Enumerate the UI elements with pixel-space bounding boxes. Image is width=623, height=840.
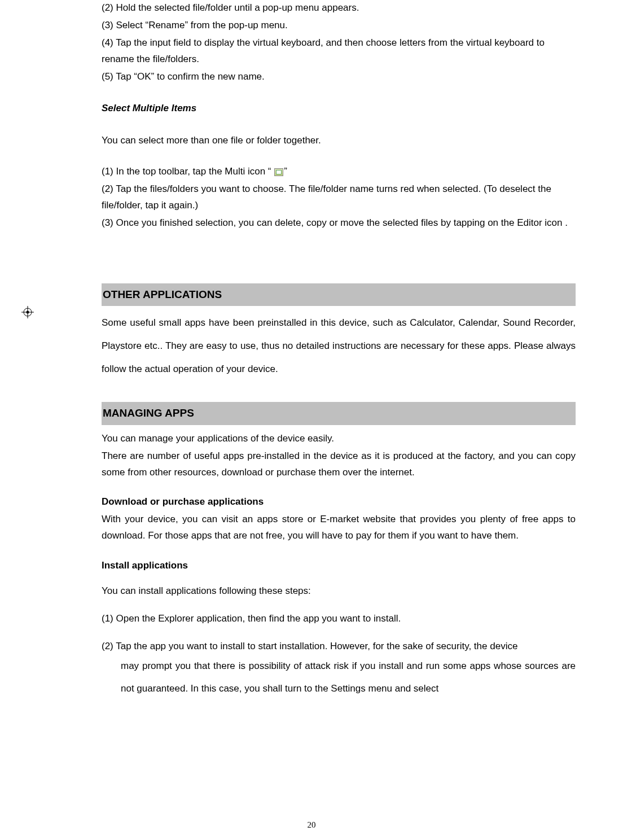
install-intro: You can install applications following t…	[102, 583, 576, 600]
multi-select-icon	[274, 168, 283, 176]
step-1-text-pre: (1) In the top toolbar, tap the Multi ic…	[102, 166, 274, 177]
install-step-1: (1) Open the Explorer application, then …	[102, 611, 576, 627]
page-content: (2) Hold the selected file/folder until …	[0, 0, 576, 701]
rename-step-2: (2) Hold the selected file/folder until …	[102, 0, 576, 16]
install-heading: Install applications	[102, 558, 576, 574]
other-applications-body: Some useful small apps have been preinst…	[102, 312, 576, 380]
registration-mark-icon	[21, 306, 34, 318]
step-1-text-post: ”	[284, 166, 287, 177]
managing-apps-heading: MANAGING APPS	[102, 402, 576, 425]
download-heading: Download or purchase applications	[102, 494, 576, 510]
managing-apps-p1: You can manage your applications of the …	[102, 431, 576, 447]
select-multiple-step-3: (3) Once you finished selection, you can…	[102, 215, 576, 231]
rename-step-5: (5) Tap “OK” to confirm the new name.	[102, 69, 576, 85]
select-multiple-step-2: (2) Tap the files/folders you want to ch…	[102, 181, 576, 214]
select-multiple-step-1: (1) In the top toolbar, tap the Multi ic…	[102, 164, 576, 180]
rename-step-3: (3) Select “Rename” from the pop-up menu…	[102, 18, 576, 34]
page-number: 20	[0, 818, 623, 833]
rename-step-4: (4) Tap the input field to display the v…	[102, 35, 576, 68]
managing-apps-p2: There are number of useful apps pre-inst…	[102, 448, 576, 481]
install-step-2b: may prompt you that there is possibility…	[102, 655, 576, 701]
download-body: With your device, you can visit an apps …	[102, 511, 576, 544]
other-applications-heading: OTHER APPLICATIONS	[102, 283, 576, 306]
install-step-2a: (2) Tap the app you want to install to s…	[102, 638, 576, 655]
select-multiple-heading: Select Multiple Items	[102, 100, 576, 117]
select-multiple-intro: You can select more than one file or fol…	[102, 133, 576, 149]
